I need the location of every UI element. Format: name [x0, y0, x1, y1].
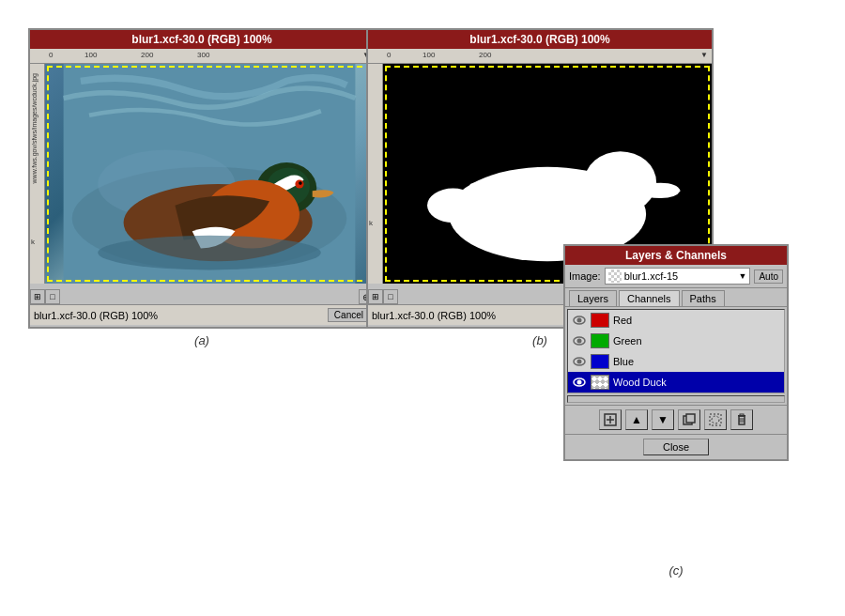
ruler-left-b: k: [368, 64, 383, 284]
svg-point-7: [299, 181, 302, 185]
svg-point-16: [577, 318, 582, 323]
layers-titlebar: Layers & Channels: [565, 246, 787, 265]
close-button[interactable]: Close: [643, 439, 709, 455]
image-row: Image: blur1.xcf-15 ▼ Auto: [565, 265, 787, 288]
duck-image: [45, 64, 374, 284]
nav-icon-2[interactable]: □: [45, 289, 60, 304]
ruler-top-a: 0 100 200 300 ▼: [30, 49, 374, 64]
window-b-titlebar: blur1.xcf-30.0 (RGB) 100%: [368, 30, 712, 49]
svg-point-29: [712, 416, 719, 424]
panel-toolbar: ▲ ▼: [565, 405, 787, 434]
svg-point-20: [577, 360, 582, 364]
window-a-statusbar: blur1.xcf-30.0 (RGB) 100% Cancel: [30, 304, 374, 325]
caption-c: (c): [563, 563, 789, 578]
nav-icons-a: ⊞ □: [30, 289, 60, 304]
channel-row-woodduck[interactable]: Wood Duck: [568, 372, 784, 393]
auto-button[interactable]: Auto: [754, 270, 783, 284]
move-up-button[interactable]: ▲: [625, 409, 648, 430]
layers-panel: Layers & Channels Image: blur1.xcf-15 ▼ …: [563, 244, 789, 461]
tab-layers[interactable]: Layers: [569, 290, 617, 306]
nav-icon-b1[interactable]: ⊞: [368, 289, 383, 304]
ruler-left-a: www.fws.gov/sfws/images/wcduck.jpg k: [30, 64, 45, 284]
delete-button[interactable]: [730, 409, 753, 430]
scrollbar-area: [567, 395, 785, 403]
caption-b: (b): [366, 333, 714, 347]
eye-icon-blue: [572, 354, 587, 369]
selection-button[interactable]: [704, 409, 727, 430]
window-a: blur1.xcf-30.0 (RGB) 100% 0 100 200 300 …: [28, 28, 376, 329]
svg-point-22: [577, 380, 582, 385]
channel-thumb-blue: [591, 354, 609, 369]
new-channel-button[interactable]: [599, 409, 622, 430]
tab-channels[interactable]: Channels: [619, 290, 679, 306]
window-a-titlebar: blur1.xcf-30.0 (RGB) 100%: [30, 30, 374, 49]
svg-rect-27: [686, 414, 695, 423]
channel-row-red[interactable]: Red: [568, 310, 784, 331]
nav-icons-b: ⊞ □: [368, 289, 398, 304]
eye-icon-red: [572, 313, 587, 328]
horizontal-scrollbar[interactable]: [567, 395, 785, 403]
checkerboard-icon: [608, 270, 622, 283]
channel-thumb-woodduck: [591, 375, 609, 390]
nav-icon-b2[interactable]: □: [383, 289, 398, 304]
image-dropdown[interactable]: blur1.xcf-15 ▼: [605, 268, 751, 285]
channel-thumb-red: [591, 313, 609, 328]
ruler-top-b: 0 100 200 ▼: [368, 49, 712, 64]
duplicate-button[interactable]: [678, 409, 700, 430]
channels-list: Red Green Blue: [567, 309, 785, 393]
nav-icon-1[interactable]: ⊞: [30, 289, 45, 304]
move-down-button[interactable]: ▼: [652, 409, 674, 430]
cancel-button-a[interactable]: Cancel: [328, 308, 370, 322]
duck-svg: [45, 64, 374, 284]
caption-a: (a): [28, 333, 376, 347]
tab-paths[interactable]: Paths: [682, 290, 725, 306]
close-btn-row: Close: [565, 434, 787, 459]
canvas-area-a: [45, 64, 374, 284]
channel-row-blue[interactable]: Blue: [568, 351, 784, 372]
tabs-row: Layers Channels Paths: [565, 288, 787, 307]
svg-point-9: [98, 236, 321, 270]
dropdown-arrow: ▼: [739, 271, 747, 281]
eye-icon-woodduck: [572, 375, 587, 390]
